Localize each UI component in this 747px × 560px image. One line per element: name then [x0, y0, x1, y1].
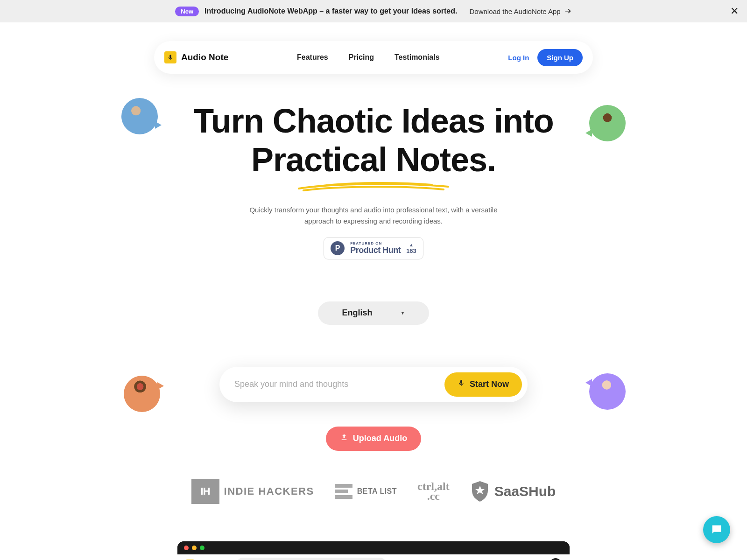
window-maximize-icon	[200, 546, 204, 550]
ih-label: INDIE HACKERS	[224, 485, 314, 497]
upload-audio-button[interactable]: Upload Audio	[326, 427, 421, 451]
logo-ctrlalt: ctrl,alt .cc	[417, 482, 450, 501]
preview-search-input	[237, 558, 386, 560]
upload-icon	[340, 433, 348, 444]
chat-icon	[710, 523, 723, 536]
microphone-icon	[164, 51, 176, 63]
avatar	[550, 558, 561, 560]
upvote-icon: ▲	[409, 242, 414, 247]
download-app-link[interactable]: Download the AudioNote App	[469, 7, 571, 16]
nav-pricing[interactable]: Pricing	[349, 53, 374, 62]
start-now-label: Start Now	[470, 379, 509, 389]
chat-button[interactable]	[703, 516, 730, 543]
new-badge: New	[175, 7, 199, 16]
hero: Turn Chaotic Ideas into Practical Notes.…	[0, 102, 747, 259]
close-icon[interactable]: ✕	[730, 5, 739, 17]
speak-input[interactable]	[234, 379, 444, 389]
hero-subtext: Quickly transform your thoughts and audi…	[243, 204, 504, 227]
login-link[interactable]: Log In	[508, 54, 529, 62]
download-app-label: Download the AudioNote App	[469, 7, 560, 15]
saashub-label: SaaSHub	[494, 483, 556, 499]
product-hunt-badge[interactable]: P FEATURED ON Product Hunt ▲ 163	[324, 237, 423, 259]
signup-button[interactable]: Sign Up	[537, 49, 583, 66]
logo-indie-hackers: IH INDIE HACKERS	[191, 479, 314, 504]
app-preview-window: Audio Note	[177, 541, 570, 560]
brand-logo[interactable]: Audio Note	[164, 51, 228, 63]
logo-beta-list: BETA LIST	[335, 484, 397, 499]
nav-features[interactable]: Features	[297, 53, 328, 62]
window-controls	[177, 541, 570, 554]
upload-audio-label: Upload Audio	[353, 434, 407, 443]
hero-line1: Turn Chaotic Ideas into	[193, 102, 554, 140]
avatar	[589, 373, 626, 410]
avatar	[124, 376, 160, 412]
announcement-text: Introducing AudioNote WebApp – a faster …	[204, 7, 457, 15]
announcement-bar: New Introducing AudioNote WebApp – a fas…	[0, 0, 747, 22]
language-selected: English	[342, 308, 373, 318]
main-nav: Audio Note Features Pricing Testimonials…	[154, 41, 593, 74]
press-logos: IH INDIE HACKERS BETA LIST ctrl,alt .cc …	[0, 479, 747, 504]
speak-input-container: Start Now	[219, 367, 528, 402]
window-close-icon	[184, 546, 189, 550]
ph-vote-count: 163	[406, 247, 416, 254]
start-now-button[interactable]: Start Now	[444, 372, 522, 397]
underline-decoration	[296, 180, 451, 192]
logo-saashub: SaaSHub	[470, 480, 556, 503]
ctrlalt-label: ctrl,alt .cc	[417, 482, 450, 501]
window-minimize-icon	[192, 546, 197, 550]
language-selector[interactable]: English ▼	[318, 301, 429, 325]
arrow-right-icon	[564, 7, 572, 16]
microphone-icon	[458, 379, 465, 389]
ph-featured-label: FEATURED ON	[350, 241, 401, 245]
betalist-icon	[335, 484, 352, 499]
hero-headline: Turn Chaotic Ideas into Practical Notes.	[0, 102, 747, 179]
brand-name: Audio Note	[181, 52, 228, 63]
betalist-label: BETA LIST	[357, 487, 397, 496]
hero-line2: Practical Notes.	[251, 141, 496, 178]
shield-icon	[470, 480, 490, 503]
ph-name: Product Hunt	[350, 245, 401, 255]
nav-testimonials[interactable]: Testimonials	[395, 53, 440, 62]
chevron-down-icon: ▼	[401, 310, 405, 315]
product-hunt-icon: P	[331, 241, 345, 255]
ih-icon: IH	[191, 479, 219, 504]
